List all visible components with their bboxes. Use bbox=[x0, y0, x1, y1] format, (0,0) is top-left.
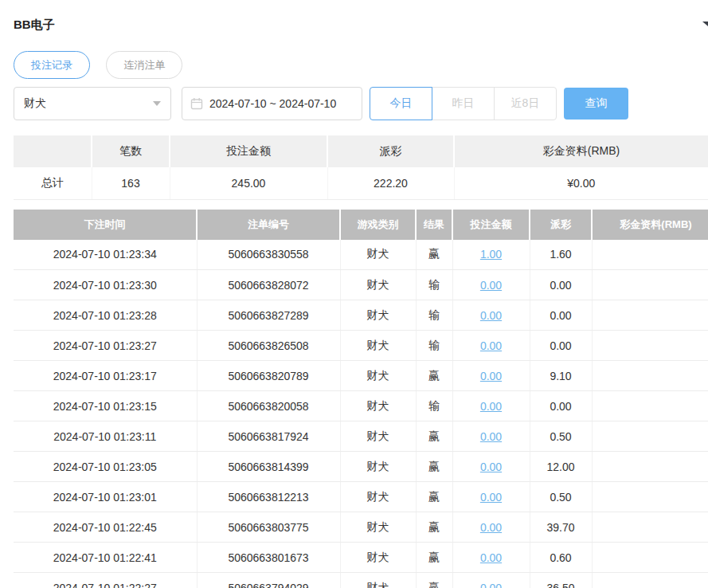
bonus-cell bbox=[592, 331, 708, 361]
order-number-cell: 5060663794029 bbox=[197, 573, 340, 588]
order-number-cell: 5060663812213 bbox=[197, 482, 340, 512]
payout-cell: 0.00 bbox=[530, 331, 592, 361]
summary-header-row: 笔数投注金额派彩彩金资料(RMB) bbox=[14, 135, 708, 167]
date-range-value: 2024-07-10 ~ 2024-07-10 bbox=[209, 97, 336, 110]
tab-cancelled-orders[interactable]: 连消注单 bbox=[106, 51, 182, 79]
payout-cell: 0.60 bbox=[530, 543, 592, 573]
bet-time-cell: 2024-07-10 01:23:15 bbox=[14, 391, 197, 421]
summary-header-4: 彩金资料(RMB) bbox=[454, 135, 708, 167]
payout-cell: 1.60 bbox=[530, 240, 592, 270]
records-table: 下注时间注单编号游戏类别结果投注金额派彩彩金资料(RMB) 2024-07-10… bbox=[14, 210, 708, 588]
yesterday-button[interactable]: 昨日 bbox=[432, 87, 495, 120]
payout-cell: 0.00 bbox=[530, 300, 592, 331]
table-row: 2024-07-10 01:23:055060663814399财犬赢0.001… bbox=[14, 452, 708, 482]
bonus-cell bbox=[592, 512, 708, 543]
bet-amount-link[interactable]: 0.00 bbox=[480, 370, 502, 382]
bet-amount-link[interactable]: 0.00 bbox=[480, 461, 502, 473]
bonus-cell bbox=[592, 452, 708, 482]
bet-amount-cell: 0.00 bbox=[452, 270, 530, 300]
table-row: 2024-07-10 01:23:275060663826508财犬输0.000… bbox=[14, 331, 708, 361]
game-type-cell: 财犬 bbox=[340, 482, 416, 512]
summary-total-row: 总计 163 245.00 222.20 ¥0.00 bbox=[14, 167, 708, 199]
bonus-cell bbox=[592, 270, 708, 300]
tab-bet-records[interactable]: 投注记录 bbox=[14, 51, 90, 79]
bet-time-cell: 2024-07-10 01:22:45 bbox=[14, 512, 197, 543]
bet-time-cell: 2024-07-10 01:23:28 bbox=[14, 300, 197, 331]
bet-amount-link[interactable]: 1.00 bbox=[480, 248, 502, 261]
bet-amount-cell: 0.00 bbox=[452, 421, 530, 452]
records-header-bet-time: 下注时间 bbox=[14, 210, 197, 240]
order-number-cell: 5060663817924 bbox=[197, 421, 340, 452]
bet-time-cell: 2024-07-10 01:23:34 bbox=[14, 240, 197, 270]
records-header-order-number: 注单编号 bbox=[197, 210, 340, 240]
game-type-cell: 财犬 bbox=[340, 452, 416, 482]
filter-bar: 财犬 2024-07-10 ~ 2024-07-10 今日 昨日 近8日 查询 bbox=[14, 87, 708, 120]
payout-cell: 0.50 bbox=[530, 421, 592, 452]
summary-total-label: 总计 bbox=[14, 167, 92, 199]
bet-time-cell: 2024-07-10 01:23:17 bbox=[14, 361, 197, 391]
bet-amount-link[interactable]: 0.00 bbox=[480, 339, 502, 352]
table-row: 2024-07-10 01:23:115060663817924财犬赢0.000… bbox=[14, 421, 708, 452]
payout-cell: 36.50 bbox=[530, 573, 592, 588]
order-number-cell: 5060663801673 bbox=[197, 543, 340, 573]
payout-cell: 9.10 bbox=[530, 361, 592, 391]
cursor-artifact-icon bbox=[702, 22, 708, 30]
order-number-cell: 5060663814399 bbox=[197, 452, 340, 482]
last-8-days-button[interactable]: 近8日 bbox=[494, 87, 557, 120]
game-type-cell: 财犬 bbox=[340, 512, 416, 543]
game-type-cell: 财犬 bbox=[340, 573, 416, 588]
table-row: 2024-07-10 01:22:415060663801673财犬赢0.000… bbox=[14, 543, 708, 573]
query-button[interactable]: 查询 bbox=[564, 88, 628, 120]
bet-records-panel: BB电子 投注记录 连消注单 财犬 2024-07-10 ~ 2024-07-1… bbox=[0, 0, 708, 588]
bet-amount-link[interactable]: 0.00 bbox=[480, 309, 502, 322]
bonus-cell bbox=[592, 391, 708, 421]
bonus-cell bbox=[592, 421, 708, 452]
result-cell: 赢 bbox=[416, 452, 452, 482]
table-row: 2024-07-10 01:23:305060663828072财犬输0.000… bbox=[14, 270, 708, 300]
records-header-result: 结果 bbox=[416, 210, 452, 240]
records-header-game-type: 游戏类别 bbox=[340, 210, 416, 240]
summary-header-1: 笔数 bbox=[92, 135, 170, 167]
bet-time-cell: 2024-07-10 01:23:30 bbox=[14, 270, 197, 300]
tab-bar: 投注记录 连消注单 bbox=[14, 51, 708, 79]
game-select[interactable]: 财犬 bbox=[14, 87, 171, 120]
result-cell: 赢 bbox=[416, 421, 452, 452]
bet-amount-link[interactable]: 0.00 bbox=[480, 279, 502, 292]
table-row: 2024-07-10 01:23:175060663820789财犬赢0.009… bbox=[14, 361, 708, 391]
date-range-picker[interactable]: 2024-07-10 ~ 2024-07-10 bbox=[182, 87, 362, 120]
bet-time-cell: 2024-07-10 01:23:01 bbox=[14, 482, 197, 512]
bet-time-cell: 2024-07-10 01:22:27 bbox=[14, 573, 197, 588]
bet-amount-cell: 0.00 bbox=[452, 482, 530, 512]
bet-amount-cell: 0.00 bbox=[452, 573, 530, 588]
payout-cell: 0.50 bbox=[530, 482, 592, 512]
table-row: 2024-07-10 01:23:345060663830558财犬赢1.001… bbox=[14, 240, 708, 270]
bet-amount-link[interactable]: 0.00 bbox=[480, 582, 502, 588]
game-type-cell: 财犬 bbox=[340, 361, 416, 391]
game-type-cell: 财犬 bbox=[340, 300, 416, 331]
bet-amount-link[interactable]: 0.00 bbox=[480, 521, 502, 534]
order-number-cell: 5060663826508 bbox=[197, 331, 340, 361]
bet-time-cell: 2024-07-10 01:22:41 bbox=[14, 543, 197, 573]
bet-amount-link[interactable]: 0.00 bbox=[480, 430, 502, 443]
payout-cell: 12.00 bbox=[530, 452, 592, 482]
page-title: BB电子 bbox=[14, 18, 708, 32]
bet-amount-link[interactable]: 0.00 bbox=[480, 400, 502, 413]
today-button[interactable]: 今日 bbox=[370, 87, 432, 120]
bet-amount-link[interactable]: 0.00 bbox=[480, 551, 502, 564]
table-row: 2024-07-10 01:23:155060663820058财犬输0.000… bbox=[14, 391, 708, 421]
bet-time-cell: 2024-07-10 01:23:11 bbox=[14, 421, 197, 452]
order-number-cell: 5060663820058 bbox=[197, 391, 340, 421]
order-number-cell: 5060663803775 bbox=[197, 512, 340, 543]
game-type-cell: 财犬 bbox=[340, 331, 416, 361]
summary-header-3: 派彩 bbox=[327, 135, 454, 167]
table-row: 2024-07-10 01:22:455060663803775财犬赢0.003… bbox=[14, 512, 708, 543]
order-number-cell: 5060663820789 bbox=[197, 361, 340, 391]
bet-amount-cell: 1.00 bbox=[452, 240, 530, 270]
bet-amount-cell: 0.00 bbox=[452, 300, 530, 331]
order-number-cell: 5060663830558 bbox=[197, 240, 340, 270]
result-cell: 输 bbox=[416, 331, 452, 361]
bet-amount-link[interactable]: 0.00 bbox=[480, 491, 502, 504]
summary-payout: 222.20 bbox=[327, 167, 454, 199]
bet-amount-cell: 0.00 bbox=[452, 391, 530, 421]
result-cell: 赢 bbox=[416, 240, 452, 270]
